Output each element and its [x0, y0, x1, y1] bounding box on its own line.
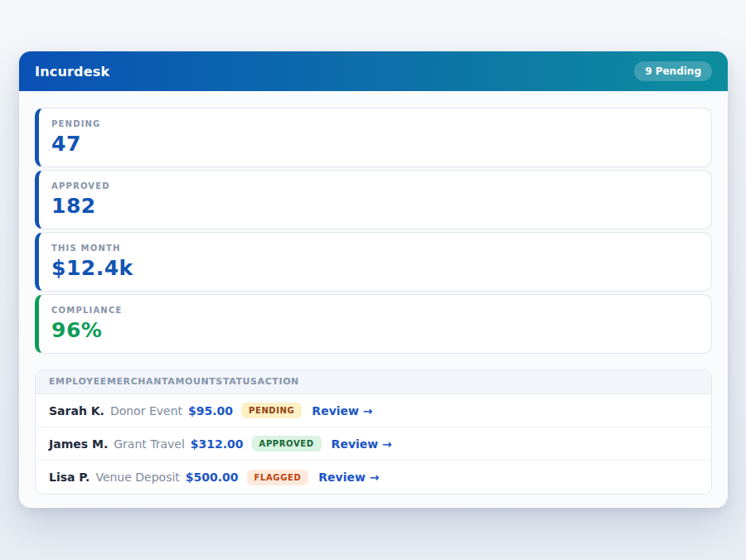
column-header-status: STATUS	[216, 376, 257, 387]
stat-card-this-month: THIS MONTH $12.4k	[35, 232, 712, 292]
status-badge: APPROVED	[252, 436, 322, 451]
employee-name: Sarah K.	[49, 404, 104, 418]
table-row: Sarah K. Donor Event $95.00 PENDING Revi…	[36, 394, 711, 427]
stat-card-approved: APPROVED 182	[35, 170, 712, 229]
page-background: Incurdesk 9 Pending PENDING 47 APPROVED …	[0, 0, 746, 560]
employee-name: Lisa P.	[49, 471, 90, 484]
stat-label: PENDING	[51, 119, 698, 128]
table-row: James M. Grant Travel $312.00 APPROVED R…	[36, 427, 711, 461]
stats-list: PENDING 47 APPROVED 182 THIS MONTH $12.4…	[35, 108, 712, 354]
amount-value: $312.00	[191, 437, 244, 451]
app-header: Incurdesk 9 Pending	[19, 51, 728, 91]
review-link[interactable]: Review →	[318, 471, 379, 484]
merchant-name: Grant Travel	[114, 437, 185, 451]
stat-value: 47	[51, 133, 698, 156]
amount-value: $95.00	[188, 404, 233, 418]
stat-value: $12.4k	[51, 257, 698, 280]
stat-value: 96%	[51, 319, 698, 342]
app-title: Incurdesk	[35, 64, 109, 80]
stat-value: 182	[51, 195, 698, 218]
merchant-name: Venue Deposit	[95, 471, 179, 484]
employee-name: James M.	[49, 437, 108, 451]
table-row: Lisa P. Venue Deposit $500.00 FLAGGED Re…	[36, 461, 711, 494]
review-link[interactable]: Review →	[312, 404, 372, 418]
app-card: Incurdesk 9 Pending PENDING 47 APPROVED …	[19, 51, 728, 508]
stat-label: THIS MONTH	[51, 244, 698, 253]
column-header-action: ACTION	[258, 376, 299, 387]
main-content: PENDING 47 APPROVED 182 THIS MONTH $12.4…	[19, 91, 728, 508]
review-link[interactable]: Review →	[332, 437, 392, 451]
stat-label: COMPLIANCE	[51, 306, 698, 315]
column-header-amount: AMOUNT	[167, 376, 216, 387]
expenses-table: EMPLOYEEMERCHANTAMOUNTSTATUSACTION Sarah…	[35, 369, 712, 495]
merchant-name: Donor Event	[110, 404, 182, 418]
stat-card-compliance: COMPLIANCE 96%	[35, 294, 712, 354]
status-badge: PENDING	[241, 403, 302, 418]
pending-count-badge: 9 Pending	[634, 61, 712, 81]
amount-value: $500.00	[186, 471, 239, 484]
status-badge: FLAGGED	[247, 470, 309, 485]
column-header-employee: EMPLOYEE	[49, 376, 107, 387]
stat-label: APPROVED	[51, 181, 698, 191]
stat-card-pending: PENDING 47	[35, 108, 712, 167]
column-header-merchant: MERCHANT	[107, 376, 167, 387]
table-column-headers: EMPLOYEEMERCHANTAMOUNTSTATUSACTION	[36, 370, 711, 394]
